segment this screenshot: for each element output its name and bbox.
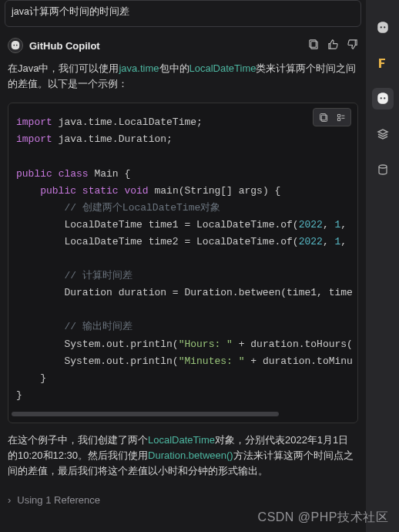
text: 在Java中，我们可以使用 — [8, 62, 119, 74]
chevron-right-icon: › — [8, 494, 11, 506]
copy-code-icon[interactable] — [317, 111, 330, 123]
thumbs-up-icon[interactable] — [327, 39, 339, 52]
thumbs-down-icon[interactable] — [347, 39, 358, 52]
message-actions — [308, 39, 358, 52]
assistant-outro-text: 在这个例子中，我们创建了两个LocalDateTime对象，分别代表2022年1… — [8, 433, 358, 479]
references-label: Using 1 Reference — [17, 494, 100, 506]
code-content: import java.time.LocalDateTime; import j… — [8, 103, 357, 412]
assistant-message: GitHub Copilot 在Java中，我们可以使用java.time包中的… — [0, 32, 366, 487]
copilot-avatar-icon — [8, 38, 23, 53]
insert-code-icon[interactable] — [334, 111, 347, 123]
code-ref: LocalDateTime — [189, 62, 256, 74]
user-query-text: java计算两个时间的时间差 — [12, 6, 129, 17]
assistant-header: GitHub Copilot — [8, 38, 358, 61]
db-icon[interactable] — [372, 159, 394, 180]
references-row[interactable]: › Using 1 Reference — [0, 487, 366, 513]
svg-point-4 — [379, 165, 387, 168]
code-block: import java.time.LocalDateTime; import j… — [8, 103, 358, 423]
user-query-box: java计算两个时间的时间差 — [5, 0, 361, 27]
activity-bar — [366, 0, 399, 532]
code-toolbar — [313, 108, 351, 126]
code-ref: java.time — [119, 62, 159, 74]
code-ref: LocalDateTime — [148, 434, 215, 446]
stack-icon[interactable] — [372, 123, 394, 145]
assistant-name: GitHub Copilot — [29, 40, 302, 52]
chat-panel-icon[interactable] — [372, 88, 394, 109]
code-ref: Duration.between() — [148, 450, 233, 461]
text: 包中的 — [159, 62, 189, 74]
horizontal-scrollbar[interactable] — [12, 412, 354, 419]
copilot-panel-icon[interactable] — [372, 17, 394, 39]
text: 在这个例子中，我们创建了两个 — [8, 434, 148, 446]
fitten-icon[interactable] — [372, 52, 394, 74]
assistant-intro-text: 在Java中，我们可以使用java.time包中的LocalDateTime类来… — [8, 61, 358, 92]
copy-message-icon[interactable] — [308, 39, 320, 52]
